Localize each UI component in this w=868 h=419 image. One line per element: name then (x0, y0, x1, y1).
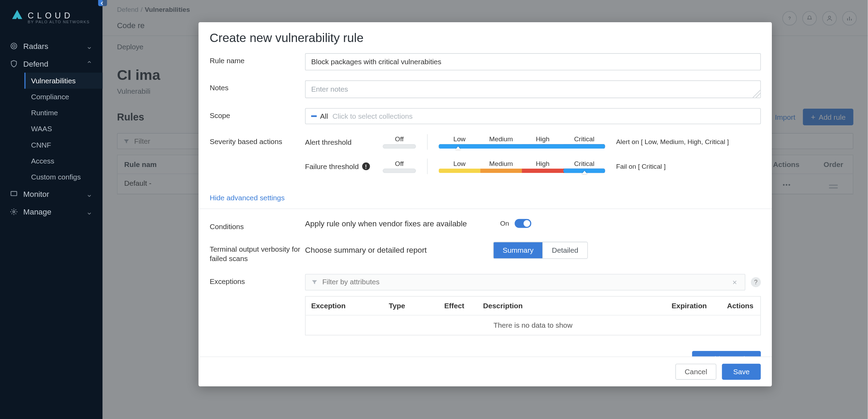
cancel-button[interactable]: Cancel (675, 364, 717, 380)
vendor-fix-text: Apply rule only when vendor fixes are av… (305, 219, 467, 228)
sev-med-label: Medium (480, 135, 522, 143)
off-label-alert: Off (383, 135, 416, 143)
label-alert-threshold: Alert threshold (305, 138, 372, 146)
sev-med-label: Medium (480, 160, 522, 167)
sev-low-label: Low (439, 160, 480, 167)
failure-slider-thumb[interactable] (582, 171, 587, 174)
nav-sub-vulnerabilities[interactable]: Vulnerabilities (24, 73, 102, 89)
toggle-state-label: On (500, 219, 509, 227)
svg-rect-2 (11, 191, 17, 195)
brand-name: CLOUD (28, 10, 74, 20)
svg-point-1 (12, 45, 15, 47)
nav-sub-cnnf[interactable]: CNNF (24, 137, 102, 153)
nav-manage[interactable]: Manage ⌄ (0, 203, 102, 221)
scope-tag-all: All (311, 112, 328, 120)
exceptions-filter-input[interactable] (322, 278, 730, 286)
exceptions-help-icon[interactable]: ? (751, 277, 761, 287)
sev-low-label: Low (439, 135, 480, 143)
vendor-fix-toggle[interactable] (515, 219, 531, 228)
divider (427, 134, 428, 150)
add-exception-button[interactable]: + Add exception (692, 351, 761, 356)
rule-name-input[interactable] (305, 53, 761, 70)
nav-sub-compliance[interactable]: Compliance (24, 89, 102, 105)
alert-slider-thumb[interactable] (455, 146, 461, 150)
nav-sub-custom-configs[interactable]: Custom configs (24, 169, 102, 185)
brand-logo-block: CLOUD BY PALO ALTO NETWORKS (0, 0, 102, 30)
sev-crit-label: Critical (564, 135, 605, 143)
divider (199, 208, 772, 209)
verbosity-segment: Summary Detailed (493, 242, 587, 259)
exc-col-type: Type (383, 296, 439, 315)
toggle-advanced-link[interactable]: Hide advanced settings (210, 193, 285, 202)
label-rule-name: Rule name (210, 53, 305, 66)
exceptions-filter[interactable]: × (305, 274, 745, 290)
sev-crit-label: Critical (564, 160, 605, 167)
chevron-down-icon: ⌄ (86, 42, 93, 51)
chevron-down-icon: ⌄ (86, 190, 93, 199)
exc-col-description: Description (477, 296, 666, 315)
filter-icon (311, 279, 318, 285)
label-severity: Severity based actions (210, 134, 305, 147)
save-button[interactable]: Save (722, 364, 761, 380)
label-scope: Scope (210, 108, 305, 121)
nav-manage-label: Manage (23, 207, 51, 216)
label-conditions: Conditions (210, 219, 305, 232)
failure-summary-text: Fail on [ Critical ] (616, 162, 666, 170)
label-exceptions: Exceptions (210, 274, 305, 286)
exc-col-exception: Exception (306, 296, 383, 315)
nav-monitor-label: Monitor (23, 190, 49, 199)
sev-high-label: High (522, 135, 564, 143)
monitor-icon (10, 190, 18, 198)
scope-placeholder: Click to select collections (332, 112, 412, 120)
nav-sub-waas[interactable]: WAAS (24, 121, 102, 137)
label-failure-threshold: Failure threshold ! (305, 162, 372, 170)
shield-icon (10, 60, 18, 67)
label-verbosity: Terminal output verbosity for failed sca… (210, 242, 305, 264)
label-notes: Notes (210, 81, 305, 93)
nav-radars-label: Radars (23, 42, 48, 51)
chevron-down-icon: ⌄ (86, 207, 93, 216)
nav-defend[interactable]: Defend ⌃ (0, 55, 102, 73)
exc-col-expiration: Expiration (666, 296, 721, 315)
svg-point-0 (11, 43, 17, 49)
prisma-cloud-logo-icon (11, 9, 23, 21)
create-rule-modal: Create new vulnerability rule Rule name … (199, 22, 772, 386)
nav-monitor[interactable]: Monitor ⌄ (0, 185, 102, 203)
nav-sub-access[interactable]: Access (24, 153, 102, 169)
alert-off-track[interactable] (383, 144, 416, 149)
exc-col-actions: Actions (721, 296, 760, 315)
exceptions-table: Exception Type Effect Description Expira… (305, 296, 761, 335)
radar-icon (10, 42, 18, 50)
failure-severity-slider[interactable]: Low Medium High Critical (439, 160, 605, 173)
exc-col-effect: Effect (439, 296, 477, 315)
sev-high-label: High (522, 160, 564, 167)
verbosity-summary-button[interactable]: Summary (494, 242, 542, 258)
nav-sub-runtime[interactable]: Runtime (24, 105, 102, 121)
notes-textarea[interactable]: Enter notes (305, 81, 761, 98)
modal-overlay: Create new vulnerability rule Rule name … (102, 0, 868, 419)
nav-defend-label: Defend (23, 59, 48, 68)
alert-severity-slider[interactable]: Low Medium High Critical (439, 135, 605, 149)
scope-collections-input[interactable]: All Click to select collections (305, 108, 761, 124)
verbosity-desc: Choose summary or detailed report (305, 246, 426, 255)
off-label-failure: Off (383, 160, 416, 167)
divider (427, 159, 428, 174)
clear-filter-icon[interactable]: × (730, 278, 739, 287)
verbosity-detailed-button[interactable]: Detailed (542, 242, 587, 258)
sidebar: CLOUD BY PALO ALTO NETWORKS Radars ⌄ Def… (0, 0, 102, 419)
alert-summary-text: Alert on [ Low, Medium, High, Critical ] (616, 138, 729, 146)
exceptions-empty-state: There is no data to show (306, 315, 760, 335)
chevron-up-icon: ⌃ (86, 59, 93, 68)
modal-title: Create new vulnerability rule (210, 31, 761, 45)
svg-point-3 (13, 211, 15, 213)
gear-icon (10, 208, 18, 216)
failure-off-track[interactable] (383, 168, 416, 173)
nav-radars[interactable]: Radars ⌄ (0, 37, 102, 55)
brand-subtitle: BY PALO ALTO NETWORKS (28, 20, 92, 24)
info-icon[interactable]: ! (362, 162, 370, 170)
